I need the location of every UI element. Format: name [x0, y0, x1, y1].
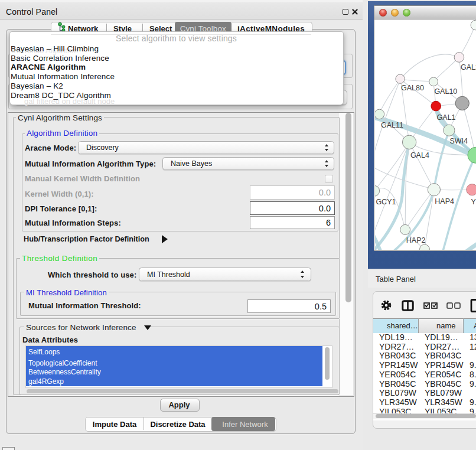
svg-text:HAP2: HAP2 [406, 236, 426, 244]
svg-text:GCY1: GCY1 [376, 198, 396, 206]
svg-text:GAL80: GAL80 [401, 84, 424, 92]
svg-text:GAL10: GAL10 [434, 87, 457, 96]
svg-text:HAP4: HAP4 [435, 197, 454, 206]
svg-text:SWI4: SWI4 [449, 137, 468, 145]
svg-text:GAL4: GAL4 [410, 151, 429, 159]
svg-text:GAL2: GAL2 [461, 63, 476, 71]
svg-text:GAL1: GAL1 [437, 113, 456, 122]
svg-text:GAL11: GAL11 [381, 121, 403, 129]
svg-text:Y: Y [471, 198, 476, 206]
